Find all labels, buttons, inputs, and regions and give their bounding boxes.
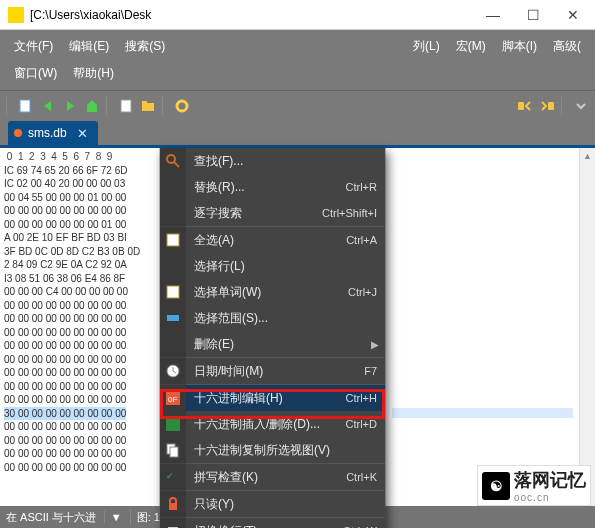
svg-point-8 (167, 155, 175, 163)
hex-row: 00 00 00 00 00 00 00 00 00 (4, 421, 126, 432)
app-icon (8, 7, 24, 23)
svg-line-9 (174, 162, 179, 167)
up-icon[interactable] (82, 96, 102, 116)
hex-row: 00 00 00 00 00 00 00 00 00 (4, 394, 126, 405)
hex-row: 00 00 00 00 00 00 00 00 00 (4, 381, 126, 392)
menu-item-wrap[interactable]: 切换换行(T)Ctrl+W (160, 518, 385, 528)
hex-row: 00 00 00 00 00 00 00 01 00 (4, 219, 126, 230)
svg-rect-2 (121, 100, 131, 112)
hex-row: 2 84 09 C2 9E 0A C2 92 0A (4, 259, 127, 270)
status-mode: 在 ASCII 与十六进 (6, 510, 96, 525)
bookmark-prev-icon[interactable] (515, 96, 535, 116)
svg-rect-3 (142, 103, 154, 111)
hex-row: 3F BD 0C 0D 8D C2 B3 0B 0D (4, 246, 140, 257)
menu-item-replace[interactable]: 替换(R)...Ctrl+R (160, 174, 385, 200)
menu-script[interactable]: 脚本(I) (496, 34, 543, 59)
svg-rect-1 (87, 105, 97, 112)
menu-advanced[interactable]: 高级( (547, 34, 587, 59)
tab-close-icon[interactable]: ✕ (77, 126, 88, 141)
hex-row: 00 00 00 00 00 00 00 00 00 (4, 462, 126, 473)
svg-point-5 (177, 101, 187, 111)
menu-item-hex-insert-delete[interactable]: 十六进制插入/删除(D)...Ctrl+D (160, 411, 385, 437)
close-button[interactable]: ✕ (553, 0, 593, 30)
tab-label: sms.db (28, 126, 67, 140)
hex-row: I3 08 51 06 38 06 E4 86 8F (4, 273, 125, 284)
chevron-down-icon[interactable] (571, 96, 591, 116)
hex-row: 00 00 00 00 00 00 00 00 00 (4, 340, 126, 351)
scroll-up-icon[interactable]: ▲ (580, 148, 595, 164)
maximize-button[interactable]: ☐ (513, 0, 553, 30)
svg-rect-12 (167, 315, 179, 321)
menu-column[interactable]: 列(L) (407, 34, 446, 59)
submenu-arrow-icon: ▶ (371, 339, 379, 350)
hex-row: 00 00 00 C4 00 00 00 00 00 (4, 286, 128, 297)
new-file-icon[interactable] (16, 96, 36, 116)
svg-rect-22 (169, 503, 177, 510)
menu-edit[interactable]: 编辑(E) (63, 34, 115, 59)
hex-row: 00 04 55 00 00 00 01 00 00 (4, 192, 126, 203)
modified-dot-icon (14, 129, 22, 137)
hex-row: IC 02 00 40 20 00 00 00 03 (4, 178, 125, 189)
brand-logo-icon: ☯ (482, 472, 510, 500)
svg-rect-18 (166, 417, 180, 431)
tab-smsdb[interactable]: sms.db ✕ (8, 121, 98, 145)
svg-rect-7 (548, 102, 554, 110)
svg-rect-4 (142, 101, 147, 104)
hex-row: IC 69 74 65 20 66 6F 72 6D (4, 165, 127, 176)
edit-context-menu: 查找(F)... 替换(R)...Ctrl+R 逐字搜索Ctrl+Shift+I… (160, 148, 385, 528)
title-bar: [C:\Users\xiaokai\Desk — ☐ ✕ (0, 0, 595, 30)
menu-file[interactable]: 文件(F) (8, 34, 59, 59)
menu-item-readonly[interactable]: 只读(Y) (160, 491, 385, 517)
menu-item-select-word[interactable]: 选择单词(W)Ctrl+J (160, 279, 385, 305)
menu-item-select-all[interactable]: 全选(A)Ctrl+A (160, 227, 385, 253)
tab-strip: sms.db ✕ (0, 120, 595, 148)
status-arrow[interactable]: ▼ (104, 511, 122, 523)
svg-rect-0 (20, 100, 30, 112)
hex-row: 00 00 00 00 00 00 00 00 00 (4, 435, 126, 446)
page-icon[interactable] (116, 96, 136, 116)
svg-rect-10 (167, 234, 179, 246)
back-icon[interactable] (38, 96, 58, 116)
menu-item-hex-copy-view[interactable]: 十六进制复制所选视图(V) (160, 437, 385, 463)
hex-row: A 00 2E 10 EF BF BD 03 BI (4, 232, 127, 243)
forward-icon[interactable] (60, 96, 80, 116)
bookmark-next-icon[interactable] (537, 96, 557, 116)
window-title: [C:\Users\xiaokai\Desk (30, 8, 473, 22)
brand-url: ooc.cn (514, 492, 586, 503)
svg-rect-6 (518, 102, 524, 110)
svg-rect-11 (167, 286, 179, 298)
menu-search[interactable]: 搜索(S) (119, 34, 171, 59)
hex-editor[interactable]: 0 1 2 3 4 5 6 7 8 9 IC 69 74 65 20 66 6F… (0, 148, 160, 528)
menu-item-delete[interactable]: 删除(E)▶ (160, 331, 385, 357)
svg-text:✔: ✔ (166, 471, 174, 481)
selection-stripe (392, 408, 573, 418)
menu-item-datetime[interactable]: 日期/时间(M)F7 (160, 358, 385, 384)
menu-bar: 文件(F) 编辑(E) 搜索(S) 列(L) 宏(M) 脚本(I) 高级( 窗口… (0, 30, 595, 90)
menu-item-select-line[interactable]: 选择行(L) (160, 253, 385, 279)
brand-name: 落网记忆 (514, 468, 586, 492)
gear-icon[interactable] (172, 96, 192, 116)
menu-window[interactable]: 窗口(W) (8, 61, 63, 86)
menu-item-spellcheck[interactable]: ✔拼写检查(K)Ctrl+K (160, 464, 385, 490)
menu-item-hex-edit[interactable]: 0F十六进制编辑(H)Ctrl+H (160, 385, 385, 411)
hex-row: 00 00 00 00 00 00 00 00 00 (4, 354, 126, 365)
hex-row: 00 00 00 00 00 00 00 00 00 (4, 205, 126, 216)
hex-row: 00 00 00 00 00 00 00 00 00 (4, 300, 126, 311)
menu-macro[interactable]: 宏(M) (450, 34, 492, 59)
menu-item-select-range[interactable]: 选择范围(S)... (160, 305, 385, 331)
hex-row: 00 00 00 00 00 00 00 00 00 (4, 448, 126, 459)
menu-help[interactable]: 帮助(H) (67, 61, 120, 86)
watermark: ☯ 落网记忆 ooc.cn (477, 465, 591, 506)
hex-row: 00 00 00 00 00 00 00 00 00 (4, 367, 126, 378)
toolbar (0, 90, 595, 120)
svg-rect-20 (170, 447, 178, 457)
hex-row: 00 00 00 00 00 00 00 00 00 (4, 313, 126, 324)
svg-text:0F: 0F (168, 395, 177, 404)
minimize-button[interactable]: — (473, 0, 513, 30)
menu-item-find[interactable]: 查找(F)... (160, 148, 385, 174)
hex-row: 00 00 00 00 00 00 00 00 00 (4, 327, 126, 338)
menu-item-wordsearch[interactable]: 逐字搜索Ctrl+Shift+I (160, 200, 385, 226)
hex-row-selected: 30 00 00 00 00 00 00 00 00 (4, 407, 126, 421)
folder-icon[interactable] (138, 96, 158, 116)
